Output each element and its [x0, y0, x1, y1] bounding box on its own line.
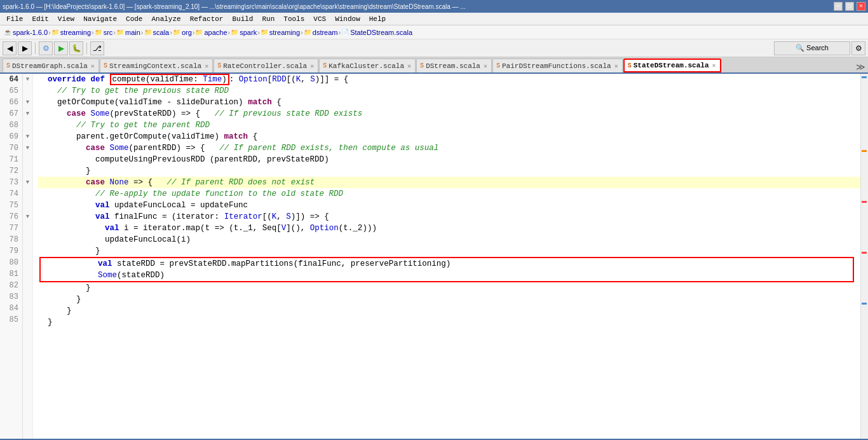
path-spark[interactable]: ☕ spark-1.6.0	[4, 29, 48, 36]
tab-dstreamgraph-close[interactable]: ✕	[91, 62, 95, 70]
tab-kafkacluster-close[interactable]: ✕	[407, 62, 411, 70]
path-scala[interactable]: 📁 scala	[144, 29, 170, 36]
fold-76[interactable]: ▼	[23, 211, 32, 223]
linenum-85: 85	[3, 314, 18, 326]
fold-70[interactable]: ▼	[23, 142, 32, 154]
code-line-80: val stateRDD = prevStateRDD.mapPartition…	[41, 258, 853, 270]
title-text: spark-1.6.0 — [H:\IdeaProjects\spark-1.6…	[3, 3, 466, 10]
path-streaming2-label[interactable]: streaming	[269, 29, 300, 36]
minimize-btn[interactable]: —	[834, 2, 843, 11]
tabs-overflow-btn[interactable]: ≫	[856, 62, 865, 72]
tab-streamingcontext[interactable]: S StreamingContext.scala ✕	[100, 58, 213, 72]
search-everywhere-btn[interactable]: 🔍 Search	[774, 41, 850, 55]
menu-refactor[interactable]: Refactor	[186, 14, 227, 24]
sep3: ›	[113, 29, 116, 36]
path-spark2-label[interactable]: spark	[240, 29, 257, 36]
tab-statedstream-close[interactable]: ✕	[712, 62, 716, 69]
tab-ratecontroller[interactable]: S RateController.scala ✕	[214, 58, 318, 72]
code-line-69: parent.getOrCompute(validTime) match {	[38, 131, 860, 142]
tab-ratecontroller-icon: S	[217, 62, 221, 69]
fold-73[interactable]: ▼	[23, 177, 32, 188]
fold-74	[23, 188, 32, 200]
fold-81	[23, 268, 32, 280]
linenum-81: 81	[3, 268, 18, 280]
staterdd-highlight-box: val stateRDD = prevStateRDD.mapPartition…	[39, 257, 854, 282]
menu-build[interactable]: Build	[228, 14, 257, 24]
menu-window[interactable]: Window	[331, 14, 364, 24]
right-minimap[interactable]	[860, 74, 868, 439]
path-file[interactable]: 📄 StateDStream.scala	[341, 29, 412, 36]
scala-folder-icon: 📁	[144, 29, 152, 36]
tab-dstream[interactable]: S DStream.scala ✕	[416, 58, 492, 72]
fold-67[interactable]: ▼	[23, 108, 32, 120]
close-btn[interactable]: ✕	[857, 2, 865, 11]
tab-dstreamgraph[interactable]: S DStreamGraph.scala ✕	[3, 58, 99, 72]
menu-edit[interactable]: Edit	[28, 14, 52, 24]
code-line-79: }	[38, 245, 860, 257]
fold-64[interactable]: ▼	[23, 74, 32, 85]
path-file-label[interactable]: StateDStream.scala	[350, 29, 412, 36]
fold-68	[23, 120, 32, 131]
path-org-label[interactable]: org	[182, 29, 192, 36]
menu-help[interactable]: Help	[365, 14, 390, 24]
path-scala-label[interactable]: scala	[153, 29, 170, 36]
run-btn[interactable]: ▶	[54, 41, 68, 55]
path-src[interactable]: 📁 src	[95, 29, 113, 36]
tab-kafkacluster[interactable]: S KafkaCluster.scala ✕	[319, 58, 416, 72]
window-controls[interactable]: — □ ✕	[834, 2, 865, 11]
menu-file[interactable]: File	[3, 14, 27, 24]
path-streaming[interactable]: 📁 streaming	[51, 29, 91, 36]
path-apache-label[interactable]: apache	[204, 29, 227, 36]
menu-code[interactable]: Code	[122, 14, 146, 24]
menu-vcs[interactable]: VCS	[309, 14, 330, 24]
fold-69[interactable]: ▼	[23, 131, 32, 142]
tabs-extra: ≫	[856, 62, 868, 72]
tab-pairdstream-close[interactable]: ✕	[614, 62, 618, 70]
menu-tools[interactable]: Tools	[280, 14, 308, 24]
linenum-68: 68	[3, 120, 18, 131]
vcs-btn[interactable]: ⎇	[90, 41, 104, 55]
compute-highlight-box: compute(validTime: Time)	[110, 74, 229, 85]
back-btn[interactable]: ◀	[3, 41, 17, 55]
path-main[interactable]: 📁 main	[116, 29, 140, 36]
minimap-marker-5	[862, 303, 867, 305]
path-spark2[interactable]: 📁 spark	[231, 29, 257, 36]
fold-gutter: ▼ ▼ ▼ ▼ ▼ ▼ ▼	[23, 74, 33, 439]
linenum-75: 75	[3, 200, 18, 211]
tab-pairdstream[interactable]: S PairDStreamFunctions.scala ✕	[492, 58, 623, 72]
fold-66[interactable]: ▼	[23, 97, 32, 108]
tab-statedstream[interactable]: S StateDStream.scala ✕	[623, 58, 721, 72]
code-line-75: val updateFuncLocal = updateFunc	[38, 200, 860, 211]
path-src-label[interactable]: src	[104, 29, 113, 36]
toolbar-sep1	[35, 43, 36, 54]
path-apache[interactable]: 📁 apache	[195, 29, 227, 36]
path-spark-label[interactable]: spark-1.6.0	[13, 29, 48, 36]
settings-btn[interactable]: ⚙	[851, 41, 865, 55]
tab-ratecontroller-close[interactable]: ✕	[310, 62, 314, 70]
linenum-72: 72	[3, 165, 18, 177]
forward-btn[interactable]: ▶	[18, 41, 32, 55]
code-content[interactable]: override def compute(validTime: Time): O…	[33, 74, 860, 439]
path-streaming2[interactable]: 📁 streaming	[261, 29, 300, 36]
tab-streamingcontext-close[interactable]: ✕	[205, 62, 208, 70]
path-dstream-label[interactable]: dstream	[313, 29, 338, 36]
debug-btn[interactable]: 🐛	[69, 41, 83, 55]
tab-dstream-close[interactable]: ✕	[484, 62, 487, 70]
sep6: ›	[193, 29, 195, 36]
src-folder-icon: 📁	[95, 29, 102, 36]
fold-75	[23, 200, 32, 211]
path-org[interactable]: 📁 org	[173, 29, 192, 36]
menu-run[interactable]: Run	[258, 14, 278, 24]
tab-pairdstream-icon: S	[496, 62, 500, 69]
menu-view[interactable]: View	[54, 14, 78, 24]
linenum-65: 65	[3, 85, 18, 97]
build-btn[interactable]: ⚙	[39, 41, 53, 55]
menu-navigate[interactable]: Navigate	[79, 14, 121, 24]
menu-analyze[interactable]: Analyze	[147, 14, 184, 24]
path-dstream[interactable]: 📁 dstream	[304, 29, 338, 36]
fold-85	[23, 314, 32, 326]
path-main-label[interactable]: main	[125, 29, 140, 36]
maximize-btn[interactable]: □	[845, 2, 854, 11]
path-streaming-label[interactable]: streaming	[60, 29, 91, 36]
breadcrumb: ☕ spark-1.6.0 › 📁 streaming › 📁 src › 📁 …	[0, 25, 868, 39]
